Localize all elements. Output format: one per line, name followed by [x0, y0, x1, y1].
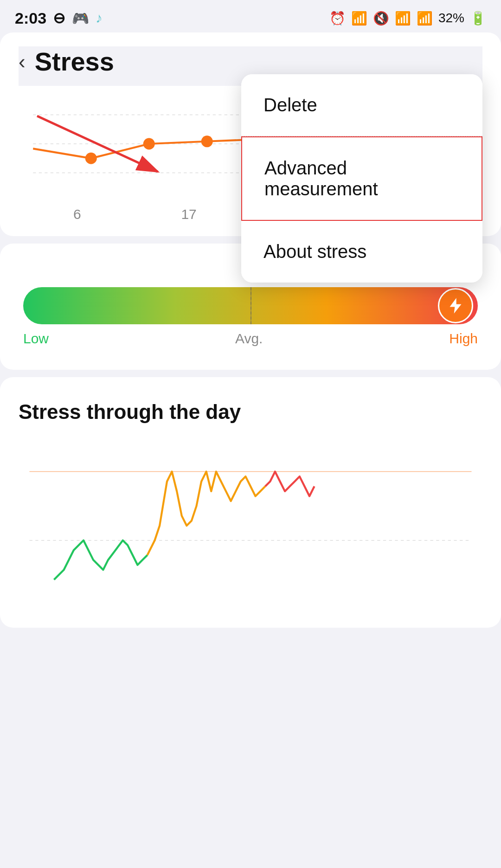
tiktok-icon: ♪	[96, 10, 103, 26]
gauge-bar	[23, 287, 478, 324]
gauge-avg-label: Avg.	[235, 331, 263, 347]
page-title: Stress	[35, 46, 114, 77]
bluetooth-icon: 📶	[351, 11, 367, 26]
gauge-avg-line	[250, 287, 251, 324]
status-right: ⏰ 📶 🔇 📶 📶 32% 🔋	[329, 11, 486, 26]
stress-day-title: Stress through the day	[19, 400, 482, 424]
battery-icon: 🔋	[470, 11, 486, 26]
status-time: 2:03	[15, 9, 46, 27]
alarm-icon: ⏰	[329, 11, 346, 26]
wifi-icon: 📶	[395, 11, 411, 26]
dropdown-menu: Delete Advanced measurement About stress	[241, 74, 482, 283]
mute-icon: 🔇	[373, 11, 389, 26]
x-label-2: 17	[181, 206, 196, 222]
gauge-labels: Low Avg. High	[23, 331, 478, 347]
gauge-high-label: High	[449, 331, 478, 347]
lightning-icon	[446, 296, 465, 315]
dropdown-item-advanced-measurement[interactable]: Advanced measurement	[241, 136, 482, 221]
game-icon: 🎮	[72, 10, 89, 26]
status-bar: 2:03 ⊖ 🎮 ♪ ⏰ 📶 🔇 📶 📶 32% 🔋	[0, 0, 501, 32]
svg-point-5	[201, 135, 213, 147]
dnd-icon: ⊖	[53, 9, 65, 27]
x-label-1: 6	[73, 206, 81, 222]
gauge-thumb	[438, 288, 473, 323]
gauge-bar-wrapper	[23, 287, 478, 324]
svg-point-3	[85, 153, 97, 164]
dropdown-item-delete[interactable]: Delete	[241, 74, 482, 136]
signal-icon: 📶	[417, 11, 433, 26]
svg-point-4	[143, 138, 155, 150]
battery-text: 32%	[438, 11, 464, 26]
status-left: 2:03 ⊖ 🎮 ♪	[15, 9, 103, 27]
gauge-low-label: Low	[23, 331, 49, 347]
day-chart	[19, 442, 482, 609]
dropdown-item-about-stress[interactable]: About stress	[241, 221, 482, 283]
stress-chart-section: ‹ Stress 6 17 18 19	[0, 32, 501, 236]
stress-day-section: Stress through the day	[0, 377, 501, 628]
back-button[interactable]: ‹	[19, 50, 26, 73]
